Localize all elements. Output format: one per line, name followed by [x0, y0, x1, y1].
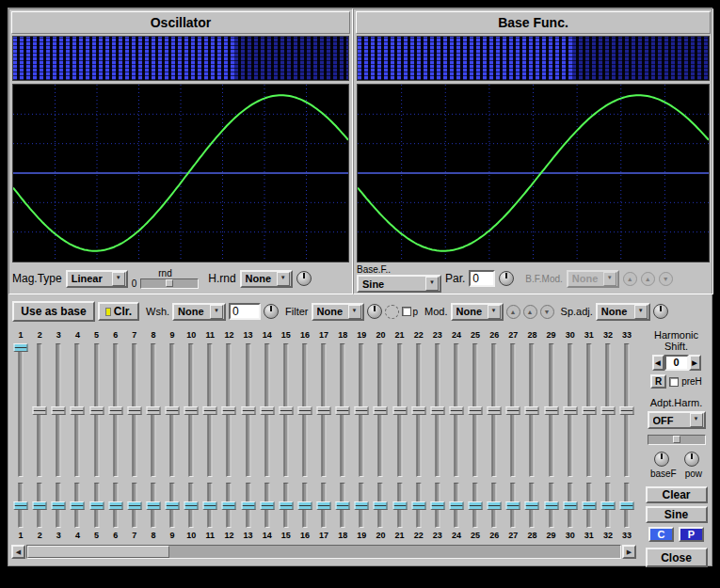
slider-handle[interactable]: [260, 501, 274, 510]
magnitude-slider-16[interactable]: [296, 342, 314, 479]
slider-handle[interactable]: [146, 406, 160, 415]
slider-handle[interactable]: [392, 406, 407, 415]
slider-handle[interactable]: [488, 501, 502, 510]
magnitude-slider-17[interactable]: [314, 342, 333, 479]
magnitude-slider-7[interactable]: [125, 342, 144, 479]
magnitude-slider-20[interactable]: [371, 342, 390, 479]
clr-button[interactable]: Clr.: [98, 302, 139, 321]
mod-knob-2[interactable]: ▲: [523, 305, 537, 319]
magnitude-slider-1[interactable]: [11, 342, 30, 479]
magnitude-slider-15[interactable]: [277, 342, 296, 479]
adpt-harm-select[interactable]: OFF ▼: [648, 411, 706, 429]
phase-slider-8[interactable]: [144, 481, 163, 530]
slider-handle[interactable]: [336, 406, 350, 415]
phase-slider-20[interactable]: [371, 481, 390, 530]
phase-slider-21[interactable]: [391, 481, 409, 530]
bfmod-select[interactable]: None ▼: [567, 270, 619, 288]
phase-slider-18[interactable]: [333, 481, 352, 530]
phase-slider-15[interactable]: [277, 481, 296, 530]
magnitude-slider-33[interactable]: [617, 342, 636, 479]
preh-checkbox[interactable]: [669, 377, 679, 387]
hrnd-knob[interactable]: [296, 271, 312, 286]
slider-handle[interactable]: [449, 406, 463, 415]
sine-button[interactable]: Sine: [646, 506, 708, 523]
magnitude-slider-13[interactable]: [239, 342, 258, 479]
magnitude-slider-25[interactable]: [466, 342, 485, 479]
adpt-slider-handle[interactable]: [673, 436, 680, 443]
copy-button[interactable]: C: [648, 527, 674, 542]
slider-handle[interactable]: [374, 406, 388, 415]
adpt-harm-slider[interactable]: [648, 435, 706, 445]
slider-handle[interactable]: [525, 406, 539, 415]
spadj-knob[interactable]: [653, 304, 668, 319]
wsh-param-input[interactable]: [229, 303, 261, 320]
slider-handle[interactable]: [127, 501, 141, 510]
magnitude-slider-28[interactable]: [522, 342, 541, 479]
slider-handle[interactable]: [525, 501, 539, 510]
phase-slider-22[interactable]: [409, 481, 428, 530]
slider-handle[interactable]: [600, 501, 615, 510]
magnitude-slider-27[interactable]: [504, 342, 522, 479]
slider-handle[interactable]: [297, 501, 312, 510]
shift-decrement-button[interactable]: ◀: [652, 355, 664, 371]
filter-p-checkbox[interactable]: [402, 307, 411, 316]
slider-handle[interactable]: [317, 406, 331, 415]
phase-slider-33[interactable]: [617, 481, 636, 530]
phase-slider-25[interactable]: [466, 481, 485, 530]
magnitude-slider-22[interactable]: [409, 342, 428, 479]
slider-handle[interactable]: [184, 501, 199, 510]
phase-slider-6[interactable]: [106, 481, 125, 530]
magnitude-slider-2[interactable]: [30, 342, 49, 479]
slider-handle[interactable]: [355, 406, 369, 415]
par-knob[interactable]: [499, 271, 514, 286]
phase-slider-5[interactable]: [88, 481, 106, 530]
slider-handle[interactable]: [620, 501, 634, 510]
rnd-slider[interactable]: [140, 278, 199, 289]
phase-slider-11[interactable]: [200, 481, 219, 530]
basef-select[interactable]: Sine ▼: [357, 275, 441, 293]
slider-handle[interactable]: [279, 501, 293, 510]
mag-type-select[interactable]: Linear ▼: [66, 270, 128, 288]
slider-handle[interactable]: [241, 406, 255, 415]
slider-handle[interactable]: [166, 501, 180, 510]
magnitude-slider-8[interactable]: [144, 342, 163, 479]
phase-slider-32[interactable]: [599, 481, 617, 530]
phase-slider-13[interactable]: [239, 481, 258, 530]
hrnd-select[interactable]: None ▼: [240, 270, 293, 288]
slider-handle[interactable]: [355, 501, 369, 510]
slider-handle[interactable]: [52, 406, 66, 415]
slider-handle[interactable]: [506, 501, 520, 510]
slider-handle[interactable]: [241, 501, 255, 510]
phase-slider-1[interactable]: [11, 481, 30, 530]
slider-handle[interactable]: [146, 501, 160, 510]
magnitude-slider-6[interactable]: [106, 342, 125, 479]
filter-knob-2[interactable]: [385, 305, 399, 319]
slider-handle[interactable]: [297, 406, 312, 415]
filter-select[interactable]: None ▼: [312, 303, 364, 321]
slider-handle[interactable]: [184, 406, 199, 415]
magnitude-slider-29[interactable]: [542, 342, 561, 479]
bfmod-knob-1[interactable]: ▲: [623, 272, 637, 286]
slider-handle[interactable]: [203, 501, 217, 510]
slider-handle[interactable]: [89, 501, 104, 510]
spadj-select[interactable]: None ▼: [596, 303, 650, 321]
scrollbar-thumb[interactable]: [27, 546, 169, 558]
slider-handle[interactable]: [449, 501, 463, 510]
magnitude-slider-23[interactable]: [428, 342, 447, 479]
scroll-left-button[interactable]: ◀: [11, 545, 25, 559]
slider-handle[interactable]: [488, 406, 502, 415]
bfmod-knob-3[interactable]: ▼: [659, 272, 673, 286]
magnitude-slider-5[interactable]: [88, 342, 106, 479]
slider-handle[interactable]: [203, 406, 217, 415]
magnitude-slider-31[interactable]: [580, 342, 599, 479]
slider-handle[interactable]: [469, 501, 483, 510]
phase-slider-2[interactable]: [30, 481, 49, 530]
magnitude-slider-21[interactable]: [391, 342, 409, 479]
wsh-select[interactable]: None ▼: [172, 303, 226, 321]
slider-handle[interactable]: [544, 406, 558, 415]
slider-handle[interactable]: [108, 406, 122, 415]
mod-knob-1[interactable]: ▲: [506, 305, 520, 319]
magnitude-slider-12[interactable]: [219, 342, 238, 479]
phase-slider-14[interactable]: [258, 481, 277, 530]
slider-handle[interactable]: [14, 501, 28, 510]
